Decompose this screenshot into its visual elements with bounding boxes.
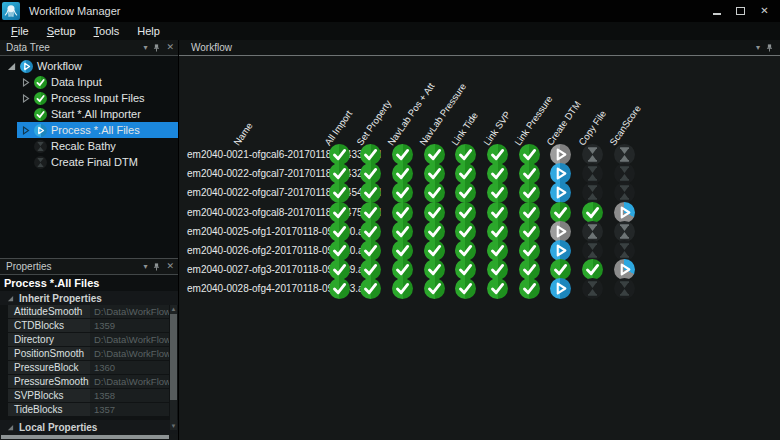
data-tree-close-icon[interactable]: ✕ <box>166 43 174 52</box>
status-link-tide-icon[interactable] <box>455 278 476 299</box>
property-row-ctdblocks[interactable]: CTDBlocks1359 <box>8 319 169 332</box>
tree-expander-icon[interactable] <box>21 93 30 104</box>
tree-expander-icon[interactable] <box>7 61 16 72</box>
status-copy-file-icon[interactable] <box>582 182 603 203</box>
status-set-property-icon[interactable] <box>360 182 381 203</box>
minimize-button[interactable] <box>709 0 724 22</box>
tree-item-recalc-bathy[interactable]: Recalc Bathy <box>0 138 178 154</box>
status-link-tide-icon[interactable] <box>455 259 476 280</box>
status-navlab-pressure-icon[interactable] <box>424 221 445 242</box>
status-link-tide-icon[interactable] <box>455 163 476 184</box>
section-inherit-properties[interactable]: Inherit Properties <box>0 291 178 305</box>
status-set-property-icon[interactable] <box>360 259 381 280</box>
status-scanscore-icon[interactable] <box>614 182 635 203</box>
status-set-property-icon[interactable] <box>360 240 381 261</box>
status-copy-file-icon[interactable] <box>582 240 603 261</box>
status-navlab-pressure-icon[interactable] <box>424 259 445 280</box>
menu-help[interactable]: Help <box>128 22 169 40</box>
status-set-property-icon[interactable] <box>360 278 381 299</box>
status-link-svp-icon[interactable] <box>487 278 508 299</box>
table-row[interactable]: em2040-0022-ofgcal7-20170118-09432.all <box>179 164 780 183</box>
status-create-dtm-icon[interactable] <box>550 240 571 261</box>
section-local-properties[interactable]: Local Properties <box>0 420 178 434</box>
status-all-import-icon[interactable] <box>329 202 350 223</box>
status-navlab-pos-att-icon[interactable] <box>392 182 413 203</box>
status-link-pressure-icon[interactable] <box>519 202 540 223</box>
table-row[interactable]: em2040-0021-ofgcal6-20170118-094333.all <box>179 145 780 164</box>
status-navlab-pressure-icon[interactable] <box>424 163 445 184</box>
property-row-attitudesmooth[interactable]: AttitudeSmoothD:\Data\WorkFlowManag <box>8 305 169 318</box>
status-navlab-pressure-icon[interactable] <box>424 182 445 203</box>
tree-item-process-all-files[interactable]: Process *.All Files <box>0 122 178 138</box>
status-link-pressure-icon[interactable] <box>519 278 540 299</box>
maximize-button[interactable] <box>733 0 748 22</box>
status-create-dtm-icon[interactable] <box>550 202 571 223</box>
status-navlab-pos-att-icon[interactable] <box>392 144 413 165</box>
status-copy-file-icon[interactable] <box>582 202 603 223</box>
workflow-menu-chevron-icon[interactable]: ▾ <box>756 44 760 52</box>
close-button[interactable]: ✕ <box>757 0 772 22</box>
tree-item-workflow[interactable]: Workflow <box>0 58 178 74</box>
status-create-dtm-icon[interactable] <box>550 163 571 184</box>
status-link-tide-icon[interactable] <box>455 144 476 165</box>
status-scanscore-icon[interactable] <box>614 240 635 261</box>
column-header-link-tide[interactable]: Link Tide <box>449 110 481 148</box>
status-navlab-pos-att-icon[interactable] <box>392 278 413 299</box>
status-link-tide-icon[interactable] <box>455 221 476 242</box>
status-link-pressure-icon[interactable] <box>519 182 540 203</box>
column-header-copy-file[interactable]: Copy File <box>576 108 609 148</box>
property-row-pressuresmooth[interactable]: PressureSmoothD:\Data\WorkFlowManag <box>8 375 169 388</box>
property-row-tideblocks[interactable]: TideBlocks1357 <box>8 403 169 416</box>
status-all-import-icon[interactable] <box>329 278 350 299</box>
status-all-import-icon[interactable] <box>329 182 350 203</box>
status-all-import-icon[interactable] <box>329 163 350 184</box>
status-scanscore-icon[interactable] <box>614 144 635 165</box>
workflow-pin-icon[interactable] <box>765 43 774 53</box>
column-header-all-import[interactable]: All Import <box>322 108 355 148</box>
table-row[interactable]: em2040-0027-ofg3-20170118-095729.all <box>179 260 780 279</box>
status-copy-file-icon[interactable] <box>582 259 603 280</box>
data-tree-menu-chevron-icon[interactable]: ▾ <box>143 44 147 52</box>
status-navlab-pos-att-icon[interactable] <box>392 240 413 261</box>
column-header-scanscore[interactable]: ScanScore <box>607 103 643 148</box>
property-row-positionsmooth[interactable]: PositionSmoothD:\Data\WorkFlowManag <box>8 347 169 360</box>
menu-file[interactable]: File <box>2 22 38 40</box>
status-link-svp-icon[interactable] <box>487 240 508 261</box>
status-create-dtm-icon[interactable] <box>550 144 571 165</box>
table-row[interactable]: em2040-0022-ofgcal7-20170118-094543.all <box>179 183 780 202</box>
status-copy-file-icon[interactable] <box>582 163 603 184</box>
status-link-tide-icon[interactable] <box>455 182 476 203</box>
status-all-import-icon[interactable] <box>329 259 350 280</box>
status-link-svp-icon[interactable] <box>487 221 508 242</box>
status-create-dtm-icon[interactable] <box>550 259 571 280</box>
property-row-pressureblock[interactable]: PressureBlock1360 <box>8 361 169 374</box>
table-row[interactable]: em2040-0028-ofg4-20170118-095943.all <box>179 279 780 298</box>
properties-menu-chevron-icon[interactable]: ▾ <box>143 263 147 271</box>
table-row[interactable]: em2040-0023-ofgcal8-20170118-094753.all <box>179 203 780 222</box>
status-link-svp-icon[interactable] <box>487 182 508 203</box>
properties-vertical-scrollbar[interactable]: ▲ ▼ <box>170 305 177 430</box>
status-scanscore-icon[interactable] <box>614 259 635 280</box>
status-all-import-icon[interactable] <box>329 144 350 165</box>
status-link-tide-icon[interactable] <box>455 240 476 261</box>
status-navlab-pressure-icon[interactable] <box>424 278 445 299</box>
status-copy-file-icon[interactable] <box>582 144 603 165</box>
status-link-tide-icon[interactable] <box>455 202 476 223</box>
status-navlab-pos-att-icon[interactable] <box>392 221 413 242</box>
tree-expander-icon[interactable] <box>21 125 30 136</box>
properties-pin-icon[interactable] <box>152 262 161 272</box>
status-all-import-icon[interactable] <box>329 221 350 242</box>
column-header-name[interactable]: Name <box>231 120 255 148</box>
status-set-property-icon[interactable] <box>360 144 381 165</box>
table-row[interactable]: em2040-0026-ofg2-20170118-095510.all <box>179 241 780 260</box>
status-navlab-pressure-icon[interactable] <box>424 202 445 223</box>
status-navlab-pressure-icon[interactable] <box>424 240 445 261</box>
status-scanscore-icon[interactable] <box>614 163 635 184</box>
tree-item-data-input[interactable]: Data Input <box>0 74 178 90</box>
menu-tools[interactable]: Tools <box>85 22 129 40</box>
tree-item-process-input-files[interactable]: Process Input Files <box>0 90 178 106</box>
column-header-link-svp[interactable]: Link SVP <box>481 109 513 148</box>
property-row-directory[interactable]: DirectoryD:\Data\WorkFlowManag <box>8 333 169 346</box>
status-create-dtm-icon[interactable] <box>550 182 571 203</box>
status-link-svp-icon[interactable] <box>487 202 508 223</box>
